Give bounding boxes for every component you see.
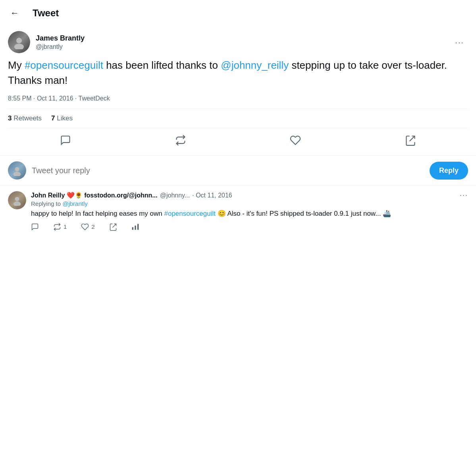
back-button[interactable]: ← <box>8 6 21 21</box>
back-arrow-icon: ← <box>10 8 19 18</box>
reply-author-avatar[interactable] <box>8 191 26 209</box>
reply-hashtag[interactable]: #opensourceguilt <box>164 210 215 217</box>
stats-row: 3 Retweets 7 Likes <box>8 109 468 128</box>
reply-share-button[interactable] <box>109 223 117 231</box>
hashtag-opensourceguilt[interactable]: #opensourceguilt <box>25 59 103 71</box>
reply-header: John Reilly ❤️🌻 fosstodon.org/@johnn... … <box>31 191 468 199</box>
reply-date: · Oct 11, 2016 <box>192 192 232 199</box>
reply-retweet-icon <box>53 223 61 231</box>
reply-actions: 1 2 <box>31 223 468 231</box>
reply-thread: John Reilly ❤️🌻 fosstodon.org/@johnn... … <box>0 186 476 236</box>
reply-comment-button[interactable] <box>31 223 39 231</box>
avatar-image <box>8 31 30 53</box>
tweet-author-info: James Brantly @jbrantly <box>8 31 85 53</box>
reply-more-options-button[interactable]: ··· <box>460 191 468 199</box>
reply-item: John Reilly ❤️🌻 fosstodon.org/@johnn... … <box>8 191 468 236</box>
reply-button[interactable]: Reply <box>430 162 468 180</box>
avatar[interactable] <box>8 31 30 53</box>
tweet-timestamp: 8:55 PM · Oct 11, 2016 · TweetDeck <box>8 95 468 102</box>
replying-to-handle[interactable]: @jbrantly <box>62 200 88 207</box>
reply-like-button[interactable]: 2 <box>81 223 94 231</box>
tweet-actions-row <box>8 128 468 155</box>
retweet-icon <box>175 135 186 146</box>
svg-point-3 <box>13 172 21 176</box>
reply-retweet-button[interactable]: 1 <box>53 223 67 231</box>
author-details: James Brantly @jbrantly <box>36 34 85 50</box>
reply-like-count: 2 <box>91 223 94 230</box>
reply-author-name: John Reilly ❤️🌻 fosstodon.org/@johnn... <box>31 191 158 199</box>
svg-point-5 <box>13 201 21 206</box>
reply-analytics-icon <box>131 223 139 231</box>
mention-johnny-reilly[interactable]: @johnny_reilly <box>221 59 289 71</box>
like-count[interactable]: 7 Likes <box>51 114 73 122</box>
svg-rect-6 <box>137 224 139 230</box>
svg-point-0 <box>16 38 22 43</box>
like-button[interactable] <box>286 131 305 150</box>
reply-retweet-count: 1 <box>64 223 67 230</box>
reply-input[interactable] <box>32 166 424 175</box>
tweet-author-row: James Brantly @jbrantly ··· <box>8 31 468 53</box>
header: ← Tweet <box>0 0 476 26</box>
author-name: James Brantly <box>36 34 85 43</box>
more-options-button[interactable]: ··· <box>451 35 468 49</box>
reply-heart-icon <box>81 223 89 231</box>
retweet-count[interactable]: 3 Retweets <box>8 114 42 122</box>
share-button[interactable] <box>401 131 420 150</box>
reply-analytics-button[interactable] <box>131 223 139 231</box>
svg-rect-7 <box>135 226 136 230</box>
tweet-text: My #opensourceguilt has been lifted than… <box>8 58 468 88</box>
author-handle[interactable]: @jbrantly <box>36 43 85 50</box>
svg-point-1 <box>14 44 24 49</box>
svg-point-4 <box>15 197 19 201</box>
reply-comment-icon <box>31 223 39 231</box>
reply-box: Reply <box>0 155 476 186</box>
reply-text: happy to help! In fact helping eases my … <box>31 209 468 219</box>
reply-content: John Reilly ❤️🌻 fosstodon.org/@johnn... … <box>31 191 468 231</box>
comment-button[interactable] <box>56 131 75 150</box>
reply-share-icon <box>109 223 117 231</box>
retweet-button[interactable] <box>171 131 190 150</box>
reply-author-handle[interactable]: @johnny... <box>160 192 190 199</box>
svg-point-2 <box>15 167 19 172</box>
replying-to: Replying to @jbrantly <box>31 200 468 207</box>
comment-icon <box>60 135 71 146</box>
share-icon <box>405 135 416 146</box>
page-title: Tweet <box>33 8 59 19</box>
reply-author-avatar-image <box>8 191 26 209</box>
reply-avatar-image <box>8 161 26 180</box>
svg-rect-8 <box>132 227 133 230</box>
tweet-container: James Brantly @jbrantly ··· My #opensour… <box>0 26 476 155</box>
reply-user-avatar <box>8 161 26 180</box>
heart-icon <box>290 135 301 146</box>
